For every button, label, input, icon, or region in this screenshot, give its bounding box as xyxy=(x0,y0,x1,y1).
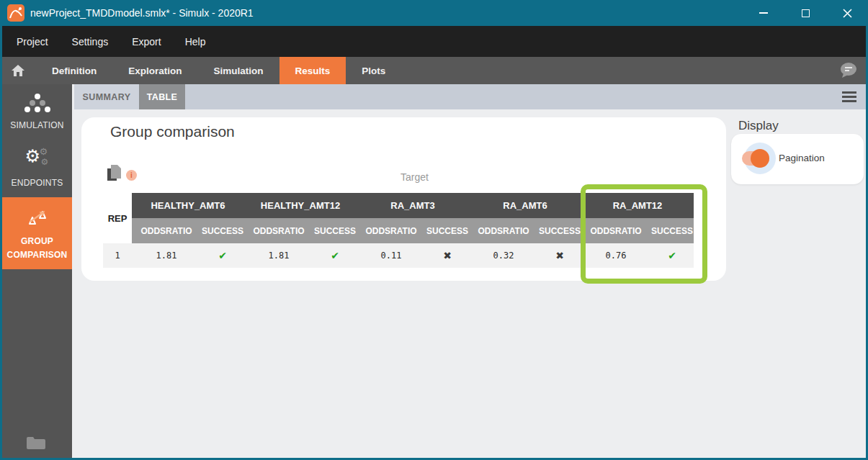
menu-settings[interactable]: Settings xyxy=(65,26,116,57)
success-cell: ✔ xyxy=(201,243,244,268)
oddsratio-cell: 1.81 xyxy=(132,243,201,268)
group-header-ra-amt6: RA_AMT6 xyxy=(469,193,581,218)
oddsratio-cell: 0.32 xyxy=(469,243,538,268)
subheader-success: SUCCESS xyxy=(426,218,469,243)
app-window: newProject_TMDDmodel.smlx* - Simulx - 20… xyxy=(0,0,868,460)
subtab-table[interactable]: TABLE xyxy=(139,84,185,109)
window-title: newProject_TMDDmodel.smlx* - Simulx - 20… xyxy=(30,7,254,19)
sidebar: SIMULATION ⚙⚙⚙ ENDPOINTS GROUP COMPARISO… xyxy=(0,84,72,460)
nav-tab-bar: Definition Exploration Simulation Result… xyxy=(0,57,868,84)
subheader-oddsratio: ODDSRATIO xyxy=(244,218,313,243)
group-header-ra-amt12: RA_AMT12 xyxy=(581,193,694,218)
gears-icon: ⚙⚙⚙ xyxy=(24,150,51,170)
subheader-success: SUCCESS xyxy=(538,218,581,243)
pagination-label: Pagination xyxy=(779,153,825,163)
subheader-oddsratio: ODDSRATIO xyxy=(132,218,201,243)
oddsratio-cell: 1.81 xyxy=(244,243,313,268)
group-comparison-table: REP HEALTHY_AMT6 HEALTHY_AMT12 RA_AMT3 R… xyxy=(103,193,694,268)
layout-menu-button[interactable] xyxy=(842,89,856,104)
feedback-button[interactable] xyxy=(839,57,858,84)
copy-table-button[interactable] xyxy=(107,165,123,182)
page-title: Group comparison xyxy=(110,123,235,140)
close-icon xyxy=(843,9,852,18)
menu-bar: Project Settings Export Help xyxy=(0,26,868,57)
chat-bubble-icon xyxy=(839,62,858,79)
success-cell: ✔ xyxy=(650,243,694,268)
maximize-button[interactable] xyxy=(784,0,826,26)
pagination-toggle[interactable] xyxy=(738,142,777,175)
sub-tab-bar: SUMMARY TABLE xyxy=(74,84,868,109)
sidebar-item-label: GROUP COMPARISON xyxy=(4,235,71,261)
success-cell: ✔ xyxy=(313,243,357,268)
sidebar-item-simulation[interactable]: SIMULATION xyxy=(2,84,72,140)
simulx-app-icon xyxy=(7,4,24,22)
subheader-success: SUCCESS xyxy=(313,218,357,243)
column-header-rep: REP xyxy=(103,193,132,243)
maximize-icon xyxy=(802,9,810,17)
menu-export[interactable]: Export xyxy=(125,26,168,57)
menu-help[interactable]: Help xyxy=(178,26,213,57)
subheader-oddsratio: ODDSRATIO xyxy=(357,218,426,243)
subtab-summary[interactable]: SUMMARY xyxy=(74,84,139,109)
menu-project[interactable]: Project xyxy=(9,26,55,57)
group-comparison-panel: Group comparison i Target REP HEALTHY_AM… xyxy=(81,117,726,281)
home-button[interactable] xyxy=(0,57,36,84)
tab-plots[interactable]: Plots xyxy=(346,57,401,84)
tab-exploration[interactable]: Exploration xyxy=(112,57,197,84)
project-folder-button[interactable] xyxy=(0,436,72,450)
sidebar-item-label: SIMULATION xyxy=(4,119,71,132)
rep-value-cell: 1 xyxy=(103,243,132,268)
subheader-success: SUCCESS xyxy=(650,218,694,243)
subheader-oddsratio: ODDSRATIO xyxy=(581,218,650,243)
sidebar-item-group-comparison[interactable]: GROUP COMPARISON xyxy=(2,197,72,269)
subheader-oddsratio: ODDSRATIO xyxy=(469,218,538,243)
oddsratio-cell: 0.76 xyxy=(581,243,650,268)
scales-icon xyxy=(25,207,50,228)
tab-results[interactable]: Results xyxy=(279,57,346,84)
toggle-knob xyxy=(751,149,769,168)
tab-definition[interactable]: Definition xyxy=(36,57,112,84)
sidebar-item-endpoints[interactable]: ⚙⚙⚙ ENDPOINTS xyxy=(2,140,72,198)
close-button[interactable] xyxy=(826,0,868,26)
hamburger-icon xyxy=(842,91,856,94)
minimize-icon xyxy=(759,12,768,14)
display-panel-title: Display xyxy=(738,119,779,133)
group-header-healthy-amt6: HEALTHY_AMT6 xyxy=(132,193,244,218)
display-panel: Pagination xyxy=(731,134,864,184)
folder-icon xyxy=(26,436,46,450)
oddsratio-cell: 0.11 xyxy=(357,243,426,268)
title-bar: newProject_TMDDmodel.smlx* - Simulx - 20… xyxy=(0,0,868,26)
info-button[interactable]: i xyxy=(126,170,137,181)
sidebar-item-label: ENDPOINTS xyxy=(4,176,71,190)
success-cell: ✖ xyxy=(426,243,469,268)
success-cell: ✖ xyxy=(538,243,581,268)
minimize-button[interactable] xyxy=(743,0,784,26)
group-header-ra-amt3: RA_AMT3 xyxy=(357,193,469,218)
simulation-dots-icon xyxy=(24,94,50,112)
target-label: Target xyxy=(355,171,474,183)
tab-simulation[interactable]: Simulation xyxy=(198,57,279,84)
subheader-success: SUCCESS xyxy=(201,218,244,243)
group-header-healthy-amt12: HEALTHY_AMT12 xyxy=(244,193,357,218)
home-icon xyxy=(11,64,25,77)
